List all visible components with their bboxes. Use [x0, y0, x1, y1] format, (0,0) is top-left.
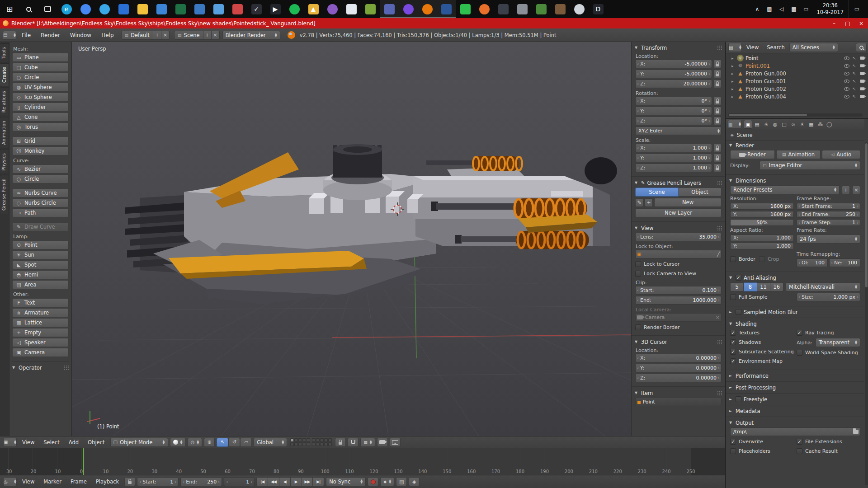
item-panel-header[interactable]: ▼Item: [632, 388, 725, 398]
tab-scene[interactable]: ✳: [762, 120, 770, 129]
add-armature-button[interactable]: ⋔Armature: [12, 308, 69, 317]
placeholders-toggle[interactable]: Placeholders: [730, 447, 794, 455]
taskbar-app-start[interactable]: ⊞: [0, 0, 19, 18]
close-button[interactable]: ×: [854, 18, 868, 28]
tray-network[interactable]: ▦: [788, 0, 800, 18]
environment-map-toggle[interactable]: ✓Environment Map: [730, 357, 794, 365]
shading-header[interactable]: ▼Shading: [726, 319, 864, 328]
gpencil-add-button[interactable]: +: [645, 198, 653, 207]
layer-cell[interactable]: [298, 438, 302, 442]
current-frame-field[interactable]: ‹1›: [224, 477, 255, 486]
lock-toggle[interactable]: [713, 80, 722, 88]
layer-cell[interactable]: [302, 438, 306, 442]
outliner-row[interactable]: ▸☼Point↖: [726, 54, 868, 62]
tab-physics[interactable]: ◯: [825, 120, 834, 129]
taskbar-app-compass[interactable]: [95, 0, 114, 18]
taskbar-app-app-green[interactable]: [361, 0, 380, 18]
taskbar-app-whatsapp[interactable]: [456, 0, 475, 18]
gpencil-new-button[interactable]: New: [654, 198, 722, 207]
tab-world[interactable]: ◍: [771, 120, 779, 129]
renderability-toggle[interactable]: [860, 56, 865, 60]
add-hemi-button[interactable]: ◓Hemi: [12, 270, 69, 279]
end-frame-field[interactable]: ‹End Frame:250›: [797, 211, 860, 218]
add-grid-button[interactable]: ⊞Grid: [12, 136, 69, 145]
translate-manipulator-button[interactable]: ↖: [217, 438, 228, 447]
add-text-button[interactable]: FText: [12, 298, 69, 307]
layer-cell[interactable]: [302, 442, 306, 446]
axis-y-field[interactable]: ‹Y:-5.00000›: [635, 70, 712, 78]
minimize-button[interactable]: –: [827, 18, 841, 28]
lock-cursor-toggle[interactable]: Lock to Cursor: [635, 260, 679, 268]
lock-toggle[interactable]: [713, 117, 722, 125]
taskbar-app-app-check[interactable]: ✓: [247, 0, 266, 18]
menu-frame[interactable]: Frame: [67, 479, 90, 485]
lock-toggle[interactable]: [713, 97, 722, 105]
taskbar-app-minecraft[interactable]: [551, 0, 570, 18]
add-torus-button[interactable]: ◎Torus: [12, 122, 69, 131]
folder-icon[interactable]: [853, 430, 859, 434]
selectability-toggle[interactable]: ↖: [853, 79, 856, 84]
axis-y-field[interactable]: ‹Y:0.00000›: [635, 364, 722, 372]
axis-y-field[interactable]: ‹Y:1.000›: [635, 154, 712, 162]
editor-type-button[interactable]: ▤: [3, 31, 16, 40]
aspect-x-field[interactable]: X:1.000: [730, 235, 794, 241]
taskbar-app-edge[interactable]: e: [57, 0, 76, 18]
visibility-toggle[interactable]: [844, 80, 849, 83]
menu-view[interactable]: View: [743, 44, 762, 51]
layer-cell[interactable]: [312, 442, 316, 446]
add-layout-button[interactable]: +: [153, 31, 161, 40]
layer-cell[interactable]: [320, 442, 324, 446]
shelf-tab-relations[interactable]: Relations: [0, 87, 9, 116]
renderability-toggle[interactable]: [860, 80, 865, 83]
layer-grid-1[interactable]: [290, 438, 310, 446]
current-frame-playhead[interactable]: [83, 448, 84, 475]
menu-playback[interactable]: Playback: [92, 479, 123, 485]
add-speaker-button[interactable]: ◁Speaker: [12, 338, 69, 347]
prev-keyframe-button[interactable]: ◀◀: [268, 477, 279, 486]
clip-end-field[interactable]: ‹End:1000.000›: [635, 296, 722, 305]
lock-camera-toggle[interactable]: Lock Camera to View: [635, 269, 696, 277]
record-button[interactable]: [368, 477, 378, 486]
visibility-toggle[interactable]: [844, 72, 849, 75]
selectability-toggle[interactable]: ↖: [853, 86, 856, 91]
new-layer-button[interactable]: New Layer: [635, 208, 722, 217]
lock-toggle[interactable]: [713, 154, 722, 162]
aspect-y-field[interactable]: Y:1.000: [730, 243, 794, 249]
add-sun-button[interactable]: ☀Sun: [12, 250, 69, 259]
render-presets-dropdown[interactable]: Render Presets: [730, 185, 840, 194]
axis-y-field[interactable]: ‹Y:0°›: [635, 107, 712, 115]
taskbar-app-explorer[interactable]: [152, 0, 171, 18]
add-nurbs-circle-button[interactable]: ◌Nurbs Circle: [12, 198, 69, 207]
subsurface-scattering-toggle[interactable]: ✓Subsurface Scattering: [730, 347, 794, 356]
tab-particles[interactable]: ⁂: [816, 120, 825, 129]
outliner-row[interactable]: ▸▲Proton Gun.002↖: [726, 85, 868, 93]
selectability-toggle[interactable]: ↖: [853, 56, 856, 61]
insert-keyframe-button[interactable]: ▤: [396, 477, 407, 486]
taskbar-app-discord[interactable]: [380, 0, 399, 18]
visibility-toggle[interactable]: [844, 64, 849, 68]
lock-object-field[interactable]: ▣╱: [635, 250, 722, 258]
panel-drag-icon[interactable]: [64, 365, 69, 370]
remove-scene-button[interactable]: ×: [212, 31, 220, 40]
jump-start-button[interactable]: |◀: [256, 477, 268, 486]
menu-view[interactable]: View: [19, 439, 38, 446]
scrollbar-thumb[interactable]: [729, 114, 807, 116]
menu-render[interactable]: Render: [36, 32, 65, 38]
add-preset-button[interactable]: +: [842, 186, 850, 194]
tray-updates[interactable]: ▤: [763, 0, 775, 18]
render-border-toggle[interactable]: Render Border: [635, 323, 680, 331]
keying-set-dropdown[interactable]: ◆: [380, 477, 394, 486]
full-sample-toggle[interactable]: Full Sample: [730, 293, 794, 301]
display-mode-dropdown[interactable]: All Scenes: [789, 43, 838, 52]
frame-start-field[interactable]: ‹Start:1›: [137, 477, 179, 486]
aa-samples-11[interactable]: 11: [757, 282, 770, 291]
border-toggle[interactable]: Border: [730, 255, 755, 263]
remap-new-field[interactable]: ‹Ne:100: [829, 258, 860, 267]
pivot-align-toggle[interactable]: ⊕: [204, 438, 215, 447]
alpha-dropdown[interactable]: Transparent: [816, 338, 860, 347]
add-empty-button[interactable]: +Empty: [12, 328, 69, 337]
axis-z-field[interactable]: ‹Z:0.00000›: [635, 374, 722, 382]
layer-grid-2[interactable]: [312, 438, 332, 446]
add-nurbs-curve-button[interactable]: ≈Nurbs Curve: [12, 188, 69, 197]
menu-add[interactable]: Add: [65, 439, 82, 446]
